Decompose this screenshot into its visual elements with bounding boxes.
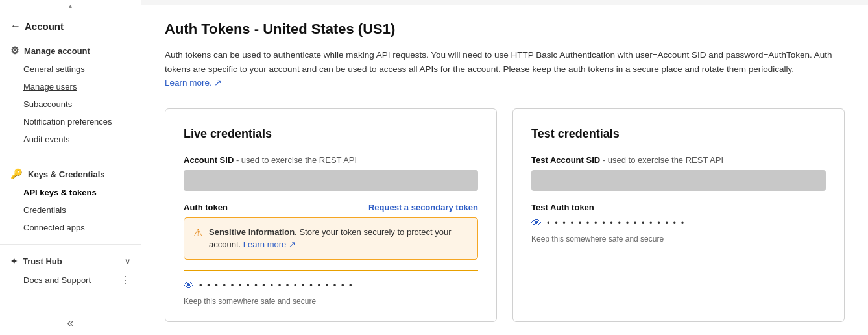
live-credentials-card: Live credentials Account SID - used to e…	[165, 108, 497, 322]
warning-box: ⚠ Sensitive information. Store your toke…	[184, 217, 478, 260]
request-secondary-token-link[interactable]: Request a secondary token	[368, 203, 478, 212]
sidebar-section-keys-credentials: 🔑 Keys & Credentials API keys & tokens C…	[0, 162, 141, 236]
sidebar-item-notification-preferences[interactable]: Notification preferences	[0, 113, 141, 130]
content-inner: Auth Tokens - United States (US1) Auth t…	[141, 5, 868, 335]
sidebar-item-audit-events[interactable]: Audit events	[0, 130, 141, 148]
sidebar-divider-1	[0, 156, 141, 156]
account-sid-label: Account SID - used to exercise the REST …	[184, 155, 478, 165]
gear-icon: ⚙	[10, 45, 19, 56]
warning-external-icon: ↗	[289, 240, 296, 249]
auth-token-label: Auth token	[184, 203, 228, 212]
top-bar	[141, 0, 868, 5]
sidebar-item-api-keys-tokens[interactable]: API keys & tokens	[0, 184, 141, 201]
warning-text-content: Sensitive information. Store your token …	[209, 226, 468, 251]
sidebar-back-button[interactable]: ← Account	[0, 12, 141, 38]
sidebar-item-connected-apps[interactable]: Connected apps	[0, 219, 141, 236]
auth-token-row-header: Auth token Request a secondary token	[184, 203, 478, 212]
trust-hub-left: ✦ Trust Hub	[10, 256, 62, 266]
sidebar-section-manage-account: ⚙ Manage account General settings Manage…	[0, 38, 141, 148]
test-auth-token-label: Test Auth token	[531, 203, 826, 212]
live-token-safe-text: Keep this somewhere safe and secure	[184, 297, 478, 306]
sidebar-item-subaccounts[interactable]: Subaccounts	[0, 95, 141, 113]
trust-hub-sub-label: Docs and Support	[23, 275, 91, 285]
key-icon: 🔑	[10, 168, 23, 180]
test-token-row: 👁 • • • • • • • • • • • • • • • • • •	[531, 217, 826, 229]
keys-credentials-label: Keys & Credentials	[28, 169, 105, 179]
warning-triangle-icon: ⚠	[193, 227, 202, 239]
keys-credentials-header[interactable]: 🔑 Keys & Credentials	[0, 162, 141, 184]
trust-hub-chevron-icon: ∨	[125, 257, 130, 266]
trust-hub-label: Trust Hub	[23, 256, 62, 266]
manage-account-label: Manage account	[24, 46, 90, 56]
warning-learn-more-link[interactable]: Learn more ↗	[243, 240, 296, 249]
collapse-icon: «	[67, 316, 73, 330]
account-sid-value-bar	[184, 170, 478, 191]
description-learn-more-link[interactable]: Learn more. ↗	[165, 76, 222, 90]
live-token-row: 👁 • • • • • • • • • • • • • • • • • • • …	[184, 280, 478, 292]
back-arrow-icon: ←	[10, 20, 21, 32]
trust-hub-more-icon[interactable]: ⋮	[120, 274, 130, 286]
trust-hub-docs-support[interactable]: Docs and Support ⋮	[0, 270, 141, 290]
test-token-eye-icon[interactable]: 👁	[531, 217, 542, 229]
token-divider	[184, 270, 478, 271]
sidebar-item-credentials[interactable]: Credentials	[0, 201, 141, 219]
external-link-icon: ↗	[214, 76, 222, 90]
live-token-dots: • • • • • • • • • • • • • • • • • • • •	[199, 280, 354, 290]
credentials-row: Live credentials Account SID - used to e…	[165, 108, 845, 322]
test-account-sid-value-bar	[531, 170, 826, 191]
description-text: Auth tokens can be used to authenticate …	[165, 48, 839, 90]
test-token-dots: • • • • • • • • • • • • • • • • • •	[547, 218, 685, 228]
sidebar-divider-2	[0, 244, 141, 245]
live-card-title: Live credentials	[184, 127, 478, 141]
test-credentials-card: Test credentials Test Account SID - used…	[512, 108, 845, 322]
manage-account-header[interactable]: ⚙ Manage account	[0, 38, 141, 60]
test-account-sid-label: Test Account SID - used to exercise the …	[531, 155, 826, 165]
sidebar-back-label: Account	[25, 21, 64, 32]
sidebar-collapse-button[interactable]: «	[0, 311, 141, 335]
trust-hub-icon: ✦	[10, 256, 18, 266]
test-card-title: Test credentials	[531, 127, 826, 141]
page-title: Auth Tokens - United States (US1)	[165, 21, 845, 38]
scroll-up-indicator[interactable]: ▲	[0, 0, 141, 12]
trust-hub-header[interactable]: ✦ Trust Hub ∨	[0, 250, 141, 270]
live-token-eye-icon[interactable]: 👁	[184, 280, 194, 292]
main-content: Auth Tokens - United States (US1) Auth t…	[141, 0, 868, 335]
test-token-safe-text: Keep this somewhere safe and secure	[531, 234, 826, 243]
sidebar-item-general-settings[interactable]: General settings	[0, 60, 141, 78]
sidebar: ▲ ← Account ⚙ Manage account General set…	[0, 0, 141, 335]
sidebar-item-manage-users[interactable]: Manage users	[0, 78, 141, 95]
